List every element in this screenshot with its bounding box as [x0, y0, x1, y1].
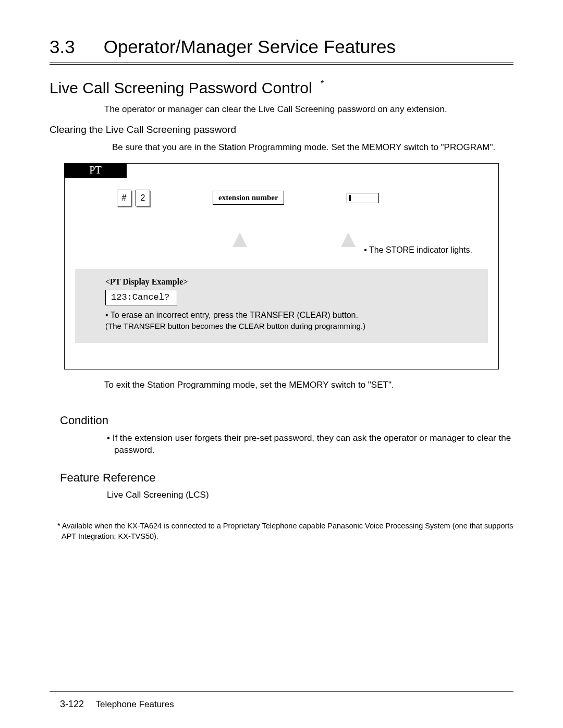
- display-label: <PT Display Example>: [105, 276, 479, 288]
- display-value: 123:Cancel?: [105, 290, 177, 306]
- footnote-mark-icon: *: [321, 79, 324, 89]
- footnote-text: * Available when the KX-TA624 is connect…: [57, 521, 513, 541]
- section-title: Operator/Manager Service Features: [104, 36, 396, 57]
- keycap-hash: #: [117, 190, 131, 206]
- topic-title-text: Live Call Screening Password Control: [50, 79, 312, 96]
- keycap-two: 2: [136, 190, 150, 206]
- erase-note: • To erase an incorrect entry, press the…: [105, 310, 479, 321]
- instruction-text: Be sure that you are in the Station Prog…: [112, 142, 513, 154]
- store-indicator-note: • The STORE indicator lights.: [364, 245, 472, 255]
- topic-title: Live Call Screening Password Control *: [50, 79, 513, 97]
- page: 3.3 Operator/Manager Service Features Li…: [0, 0, 563, 728]
- display-panel: <PT Display Example> 123:Cancel? • To er…: [75, 269, 488, 343]
- condition-title: Condition: [60, 414, 513, 427]
- procedure-box: PT # 2 extension number • The STORE indi…: [64, 163, 499, 369]
- footer: 3-122 Telephone Features: [60, 699, 174, 710]
- intro-text: The operator or manager can clear the Li…: [104, 104, 513, 115]
- exit-instruction: To exit the Station Programming mode, se…: [104, 380, 513, 390]
- feature-reference-title: Feature Reference: [60, 471, 513, 485]
- section-header: 3.3 Operator/Manager Service Features: [50, 36, 513, 57]
- arrow-row: • The STORE indicator lights.: [65, 212, 498, 269]
- keycap-group: # 2: [117, 190, 150, 206]
- extension-number-box: extension number: [213, 191, 284, 205]
- erase-sub-note: (The TRANSFER button becomes the CLEAR b…: [105, 321, 479, 331]
- page-number: 3-122: [60, 699, 84, 709]
- condition-body: • If the extension user forgets their pr…: [107, 433, 513, 456]
- arrow-icon: [232, 232, 247, 247]
- feature-reference-body: Live Call Screening (LCS): [107, 490, 513, 500]
- store-button-icon: [347, 193, 379, 203]
- step-row: # 2 extension number: [65, 178, 498, 212]
- footer-label: Telephone Features: [95, 699, 174, 709]
- footer-rule: [50, 691, 513, 692]
- section-number: 3.3: [50, 36, 75, 57]
- sub-action-title: Clearing the Live Call Screening passwor…: [50, 124, 513, 135]
- arrow-icon: [341, 232, 356, 247]
- header-rule: [50, 63, 513, 65]
- pt-tab: PT: [64, 163, 127, 178]
